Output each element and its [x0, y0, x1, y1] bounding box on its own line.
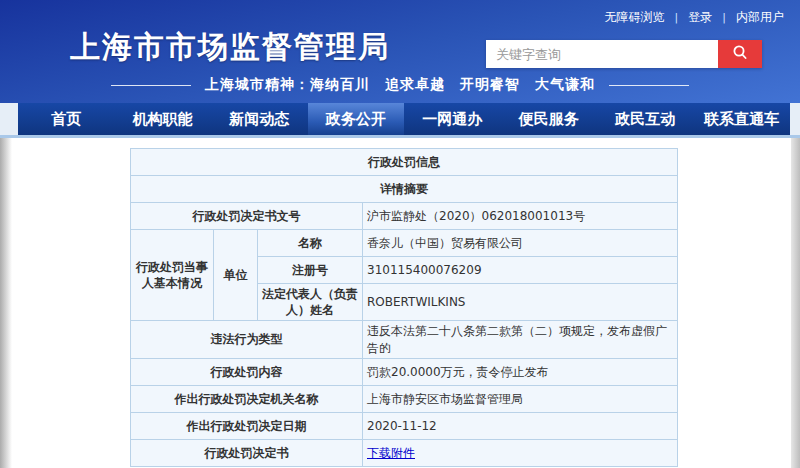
name-value: 香奈儿（中国）贸易有限公司: [363, 230, 678, 257]
nav-item-contact[interactable]: 联系直通车: [694, 103, 791, 135]
main-nav-band: 首页 机构职能 新闻动态 政务公开 一网通办 便民服务 政民互动 联系直通车: [0, 103, 800, 135]
table-row: 作出行政处罚决定日期 2020-11-12: [131, 412, 678, 439]
nav-item-services[interactable]: 便民服务: [501, 103, 598, 135]
page-edge-right: [791, 138, 800, 468]
table-row: 行政处罚决定书文号 沪市监静处（2020）062018001013号: [131, 203, 678, 230]
search-input[interactable]: [486, 40, 718, 68]
login-link[interactable]: 登录: [688, 9, 712, 26]
name-label: 名称: [258, 230, 363, 257]
search-button[interactable]: [718, 40, 762, 68]
reg-no-label: 注册号: [258, 257, 363, 284]
topbar-separator: |: [722, 11, 726, 24]
decision-doc-label: 行政处罚决定书: [131, 439, 363, 466]
city-spirit-tagline-row: 上海城市精神：海纳百川 追求卓越 开明睿智 大气谦和: [0, 76, 800, 94]
authority-value: 上海市静安区市场监督管理局: [363, 385, 678, 412]
legal-rep-value: ROBERTWILKINS: [363, 284, 678, 321]
site-header: 无障碍浏览 | 登录 | 内部用户 上海市市场监督管理局 上海城市精神：海纳百川…: [0, 0, 800, 103]
table-row: 作出行政处罚决定机关名称 上海市静安区市场监督管理局: [131, 385, 678, 412]
main-nav: 首页 机构职能 新闻动态 政务公开 一网通办 便民服务 政民互动 联系直通车: [18, 103, 790, 135]
city-spirit-tagline: 上海城市精神：海纳百川 追求卓越 开明睿智 大气谦和: [205, 76, 595, 94]
nav-item-home[interactable]: 首页: [18, 103, 115, 135]
page-edge-left: [0, 138, 12, 468]
doc-no-value: 沪市监静处（2020）062018001013号: [363, 203, 678, 230]
table-row: 详情摘要: [131, 176, 678, 203]
authority-label: 作出行政处罚决定机关名称: [131, 385, 363, 412]
penalty-content-value: 罚款20.0000万元，责令停止发布: [363, 358, 678, 385]
nav-item-gov-affairs[interactable]: 政务公开: [308, 103, 405, 135]
search-icon: [731, 44, 749, 65]
party-type-label: 单位: [214, 230, 258, 321]
table-row: 行政处罚决定书 下载附件: [131, 439, 678, 466]
penalty-content-label: 行政处罚内容: [131, 358, 363, 385]
internal-user-link[interactable]: 内部用户: [736, 9, 784, 26]
decision-date-value: 2020-11-12: [363, 412, 678, 439]
party-group-label: 行政处罚当事人基本情况: [131, 230, 214, 321]
violation-type-label: 违法行为类型: [131, 321, 363, 358]
nav-item-functions[interactable]: 机构职能: [115, 103, 212, 135]
table-row: 行政处罚信息: [131, 149, 678, 176]
table-row: 行政处罚当事人基本情况 单位 名称 香奈儿（中国）贸易有限公司: [131, 230, 678, 257]
accessibility-link[interactable]: 无障碍浏览: [605, 9, 665, 26]
table-row: 违法行为类型 违反本法第二十八条第二款第（二）项规定，发布虚假广告的: [131, 321, 678, 358]
topbar: 无障碍浏览 | 登录 | 内部用户: [605, 9, 784, 26]
search-bar: [486, 40, 762, 68]
site-title: 上海市市场监督管理局: [70, 27, 390, 68]
reg-no-value: 310115400076209: [363, 257, 678, 284]
nav-item-one-network[interactable]: 一网通办: [404, 103, 501, 135]
tagline-right-line: [609, 85, 689, 86]
nav-item-interaction[interactable]: 政民互动: [597, 103, 694, 135]
download-attachment-link[interactable]: 下载附件: [367, 446, 415, 460]
table-title: 行政处罚信息: [131, 149, 678, 176]
legal-rep-label: 法定代表人（负责人）姓名: [258, 284, 363, 321]
page: 无障碍浏览 | 登录 | 内部用户 上海市市场监督管理局 上海城市精神：海纳百川…: [0, 0, 800, 468]
table-row: 行政处罚内容 罚款20.0000万元，责令停止发布: [131, 358, 678, 385]
nav-item-news[interactable]: 新闻动态: [211, 103, 308, 135]
tagline-left-line: [111, 85, 191, 86]
table-subtitle: 详情摘要: [131, 176, 678, 203]
decision-date-label: 作出行政处罚决定日期: [131, 412, 363, 439]
violation-type-value: 违反本法第二十八条第二款第（二）项规定，发布虚假广告的: [363, 321, 678, 358]
penalty-table: 行政处罚信息 详情摘要 行政处罚决定书文号 沪市监静处（2020）0620180…: [130, 148, 678, 467]
topbar-separator: |: [675, 11, 679, 24]
content-area: 行政处罚信息 详情摘要 行政处罚决定书文号 沪市监静处（2020）0620180…: [0, 138, 800, 468]
doc-no-label: 行政处罚决定书文号: [131, 203, 363, 230]
